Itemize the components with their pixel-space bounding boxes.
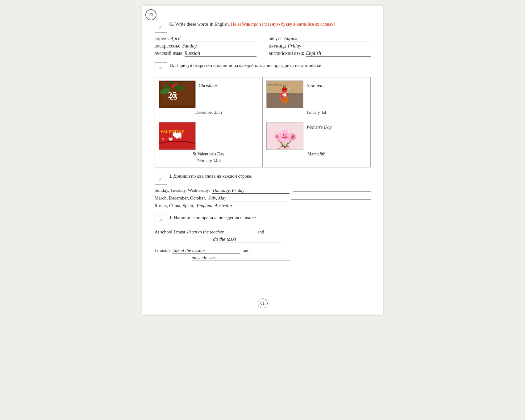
section-g-header: G. Write these words in English. Не забу… — [155, 21, 371, 33]
svg-text:25: 25 — [169, 93, 177, 101]
j-row-2-cont: miss classes — [155, 255, 371, 261]
i-row-1-answer: Thursday, Friday — [212, 188, 290, 194]
g-pair-1-right: август August — [269, 36, 371, 42]
i-row-3-line — [285, 207, 371, 207]
svg-point-45 — [278, 132, 282, 137]
section-i-header: I. Допиши по два слова на каждой строке. — [155, 173, 371, 185]
page: 21 G. Write these words in English. Не з… — [142, 6, 383, 315]
j-row-1-prefix: At school I must — [155, 229, 185, 235]
holiday-cell-christmas: 25 Christmas December 25th — [155, 77, 263, 119]
svg-text:Happy 8th March: Happy 8th March — [276, 147, 291, 149]
svg-point-7 — [174, 83, 177, 86]
section-i-title: I. Допиши по два слова на каждой строке. — [169, 173, 252, 179]
valentine-date: February 14th — [159, 159, 259, 163]
g-pair-3: русский язык Russian английский язык Eng… — [155, 51, 371, 57]
g-label-russian-ru: русский язык — [155, 51, 183, 56]
svg-text:Happy Holidays: Happy Holidays — [268, 84, 282, 86]
g-answer-russian: Russian — [185, 51, 256, 57]
womens-image: Happy 8th March — [266, 122, 303, 150]
g-pair-1-left: апрель April — [155, 36, 256, 42]
g-answer-english: English — [306, 51, 370, 57]
svg-point-39 — [285, 134, 293, 141]
g-label-friday-ru: пятница — [269, 43, 286, 49]
svg-text:♥: ♥ — [162, 137, 165, 142]
i-row-3-prefix: Russia, China, Spain, — [155, 203, 194, 208]
svg-point-20 — [281, 87, 288, 93]
j-row-1: At school I must listen to the teacher a… — [155, 229, 371, 235]
svg-point-16 — [282, 92, 287, 98]
svg-text:♥: ♥ — [168, 135, 173, 144]
i-row-3-answer: England, Australia — [197, 203, 282, 209]
j-row-2-answer: talk at the lessons — [173, 248, 240, 254]
g-label-april-ru: апрель — [155, 36, 169, 41]
i-row-2-answer: July, May — [208, 196, 288, 201]
svg-point-41 — [274, 133, 281, 140]
g-pair-1: апрель April август August — [155, 36, 371, 42]
g-pair-2-right: пятница Friday — [269, 43, 371, 49]
g-pair-3-right: английский язык English — [269, 51, 371, 57]
womens-date: March 8th — [266, 152, 367, 157]
i-row-1-line — [293, 191, 370, 192]
holiday-cell-newyear: Happy Holidays New Year January 1st — [263, 77, 370, 119]
valentine-name: St Valentine's Day — [159, 152, 259, 157]
section-h-header: H. Нарисуй открытки и напиши на каждой н… — [155, 62, 371, 74]
holiday-cell-womens: Happy 8th March Women's Day March 8th — [263, 119, 370, 167]
g-pair-2: воскресенье Sunday пятница Friday — [155, 43, 371, 49]
section-g-icon — [155, 21, 168, 33]
i-row-2-prefix: March, December, October, — [155, 196, 206, 201]
womens-inner: Happy 8th March Women's Day — [266, 122, 367, 150]
j-row-1-continuation: do the tasks — [213, 237, 281, 242]
j-row-2-suffix: and — [243, 248, 250, 253]
g-answer-august: August — [284, 36, 371, 42]
svg-text:VALENTINE: VALENTINE — [160, 130, 184, 134]
i-row-1-prefix: Sunday, Tuesday, Wednesday, — [155, 188, 210, 193]
j-row-1-wrap: At school I must listen to the teacher a… — [155, 229, 371, 245]
section-j-rows: At school I must listen to the teacher a… — [155, 229, 371, 261]
g-answer-sunday: Sunday — [182, 43, 256, 49]
valentine-image: VALENTINE ♥ ♥ ♥ — [159, 122, 196, 150]
holiday-cell-valentine: VALENTINE ♥ ♥ ♥ St Valentine's Day Febru… — [155, 119, 263, 167]
section-g-pairs: апрель April август August воскресенье S… — [155, 36, 371, 57]
g-answer-april: April — [170, 36, 256, 42]
svg-point-22 — [283, 89, 286, 91]
newyear-date: January 1st — [266, 110, 367, 115]
section-g-title: G. Write these words in English. Не забу… — [169, 21, 335, 27]
j-row-1-answer: listen to the teacher — [187, 229, 255, 235]
j-row-2-prefix: I mustn't — [155, 248, 171, 253]
svg-point-42 — [276, 135, 279, 138]
section-h-title: H. Нарисуй открытки и напиши на каждой н… — [169, 62, 323, 69]
page-number-bottom: 81 — [258, 299, 268, 308]
j-row-1-cont: do the tasks — [155, 237, 371, 245]
svg-point-37 — [280, 132, 289, 141]
section-i-rows: Sunday, Tuesday, Wednesday, Thursday, Fr… — [155, 188, 371, 209]
i-row-3: Russia, China, Spain, England, Australia — [155, 203, 371, 209]
svg-point-38 — [283, 134, 287, 138]
i-row-1: Sunday, Tuesday, Wednesday, Thursday, Fr… — [155, 188, 371, 194]
svg-point-46 — [280, 135, 285, 140]
newyear-image: Happy Holidays — [266, 80, 303, 108]
g-pair-2-left: воскресенье Sunday — [155, 43, 256, 49]
holidays-row-2: VALENTINE ♥ ♥ ♥ St Valentine's Day Febru… — [155, 119, 370, 167]
g-answer-friday: Friday — [288, 43, 370, 49]
svg-point-8 — [169, 84, 172, 87]
newyear-inner: Happy Holidays New Year — [266, 80, 367, 108]
svg-point-15 — [280, 93, 289, 103]
newyear-name: New Year — [306, 83, 324, 88]
svg-rect-14 — [283, 85, 286, 97]
g-label-sunday-ru: воскресенье — [155, 43, 181, 49]
valentine-inner: VALENTINE ♥ ♥ ♥ — [159, 122, 259, 150]
j-row-2-wrap: I mustn't talk at the lessons and miss c… — [155, 248, 371, 261]
christmas-inner: 25 Christmas — [159, 80, 259, 108]
womens-name: Women's Day — [306, 125, 331, 130]
section-h-icon — [155, 62, 168, 74]
section-i-icon — [155, 173, 168, 185]
holidays-grid: 25 Christmas December 25th — [155, 77, 371, 167]
page-number-top: 21 — [145, 9, 156, 20]
svg-text:♥: ♥ — [178, 134, 181, 140]
g-label-august-ru: август — [269, 36, 282, 41]
svg-point-35 — [276, 134, 285, 142]
svg-point-43 — [289, 133, 296, 140]
svg-rect-24 — [159, 122, 195, 150]
j-row-2: I mustn't talk at the lessons and — [155, 248, 371, 254]
j-row-1-suffix: and — [257, 229, 264, 235]
